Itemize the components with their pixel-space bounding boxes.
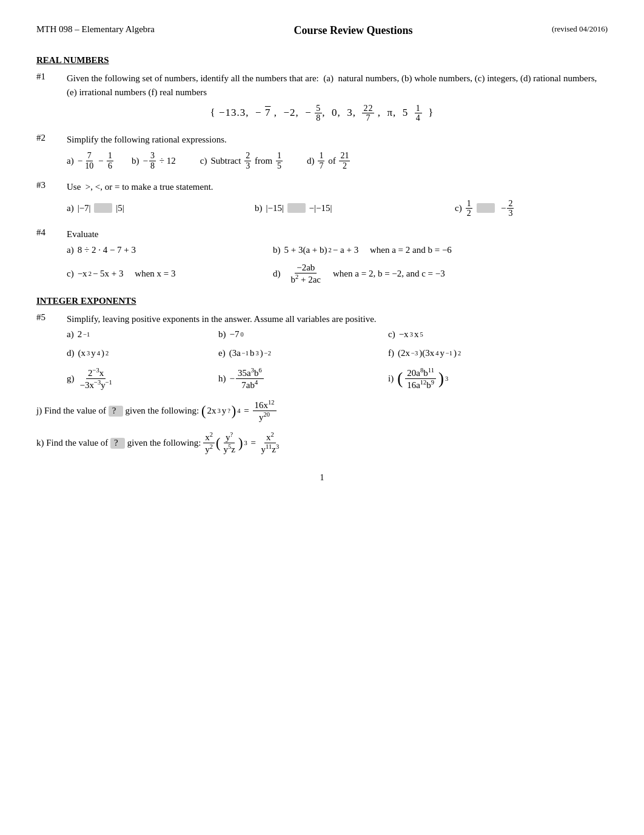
problem-1-text: Given the following set of numbers, iden…	[67, 72, 608, 99]
problem-4a-expr: 8 ÷ 2 · 4 − 7 + 3	[78, 245, 136, 255]
problem-2-row: #2 Simplify the following rational expre…	[36, 133, 608, 147]
problem-1-num: #1	[36, 72, 67, 82]
problem-5-text: Simplify, leaving positive exponents in …	[67, 312, 608, 326]
problem-5c-expr: −x3x5	[399, 329, 423, 340]
problem-5d-label: d)	[67, 348, 75, 358]
problem-5h: h) − 35a3b6 7ab4	[218, 367, 388, 391]
blank-3b	[287, 203, 306, 213]
problem-5-ghi: g) 2−3x −3x−3y−1 h) − 35a3b6 7ab4 i) (	[67, 367, 608, 391]
problem-4a-label: a)	[67, 245, 74, 255]
problem-5j: j) Find the value of ? given the followi…	[36, 399, 608, 423]
section-integer-exponents: INTEGER EXPONENTS	[36, 296, 608, 306]
problem-3-parts: a) |−7| |5| b) |−15| −|−15| c) 12 −23	[67, 199, 608, 218]
blank-3a	[94, 203, 112, 213]
problem-2a-label: a)	[67, 156, 74, 166]
problem-1: #1 Given the following set of numbers, i…	[36, 72, 608, 123]
problem-2: #2 Simplify the following rational expre…	[36, 133, 608, 170]
problem-5i: i) ( 20a8b11 16a12b9 ) 3	[388, 367, 448, 391]
problem-5h-label: h)	[218, 374, 226, 384]
problem-3c-expr: 12 −23	[466, 199, 514, 218]
problem-3a-expr: |−7| |5|	[78, 203, 124, 213]
problem-5j-expr: (2x3y?)4 = 16x12 y20	[201, 399, 277, 423]
problem-4d-expr: −2ab b2 + 2ac when a = 2, b = −2, and c …	[289, 263, 445, 285]
problem-5k: k) Find the value of ? given the followi…	[36, 431, 608, 455]
problem-5k-expr: x2 y2 ( y? y5z ) 3 = x2 y11z3	[203, 431, 281, 455]
problem-3b: b) |−15| −|−15|	[255, 203, 437, 213]
revision-date: (revised 04/2016)	[552, 24, 608, 34]
problem-2d-expr: 17 of 212	[318, 151, 350, 170]
problem-5k-blank: ?	[110, 438, 125, 449]
page-number: 1	[36, 473, 608, 483]
problem-3a: a) |−7| |5|	[67, 203, 236, 213]
blank-3c	[477, 203, 495, 213]
problem-5e: e) (3a−1b3)−2	[218, 348, 388, 358]
problem-4c-label: c)	[67, 269, 74, 279]
problem-5a: a) 2−1	[67, 329, 218, 340]
problem-4b-label: b)	[273, 245, 281, 255]
problem-4b-expr: 5 + 3(a + b)2 − a + 3 when a = 2 and b =…	[284, 245, 452, 255]
problem-3a-label: a)	[67, 203, 74, 213]
problem-2c-label: c)	[200, 156, 207, 166]
problem-5i-label: i)	[388, 374, 394, 384]
problem-5a-label: a)	[67, 329, 74, 340]
problem-3: #3 Use >, <, or = to make a true stateme…	[36, 180, 608, 218]
problem-2c-expr: Subtract 23 from 15	[210, 151, 282, 170]
page-num-value: 1	[320, 473, 324, 482]
problem-5k-text1: k) Find the value of	[36, 438, 110, 448]
problem-2-text: Simplify the following rational expressi…	[67, 133, 608, 147]
problem-5b-expr: −70	[230, 329, 244, 340]
section-real-numbers: REAL NUMBERS	[36, 55, 608, 65]
problem-4-cd: c) −x2 − 5x + 3 when x = 3 d) −2ab b2 + …	[67, 263, 608, 285]
problem-2b-expr: −38 ÷ 12	[143, 151, 176, 170]
problem-2d: d) 17 of 212	[307, 151, 351, 170]
problem-4c-expr: −x2 − 5x + 3 when x = 3	[78, 269, 176, 279]
problem-4b: b) 5 + 3(a + b)2 − a + 3 when a = 2 and …	[273, 245, 452, 255]
page-header: MTH 098 – Elementary Algebra Course Revi…	[36, 24, 608, 37]
problem-4d: d) −2ab b2 + 2ac when a = 2, b = −2, and…	[273, 263, 445, 285]
problem-2c: c) Subtract 23 from 15	[200, 151, 283, 170]
problem-5g-expr: 2−3x −3x−3y−1	[78, 367, 114, 391]
problem-5i-expr: ( 20a8b11 16a12b9 ) 3	[397, 367, 448, 391]
problem-5k-text2: given the following:	[125, 438, 203, 448]
problem-4-num: #4	[36, 227, 67, 238]
problem-3c: c) 12 −23	[455, 199, 514, 218]
problem-2-num: #2	[36, 133, 67, 143]
problem-3-num: #3	[36, 180, 67, 190]
problem-5-num: #5	[36, 312, 67, 323]
problem-5h-expr: − 35a3b6 7ab4	[230, 367, 264, 391]
problem-5d: d) (x3y4)2	[67, 348, 218, 358]
problem-2b: b) −38 ÷ 12	[132, 151, 176, 170]
problem-3b-label: b)	[255, 203, 263, 213]
problem-4d-label: d)	[273, 269, 281, 279]
problem-4c: c) −x2 − 5x + 3 when x = 3	[67, 269, 273, 279]
problem-2d-label: d)	[307, 156, 315, 166]
problem-5a-expr: 2−1	[78, 329, 90, 340]
problem-5j-text2: given the following:	[123, 406, 201, 416]
problem-5j-text1: j) Find the value of	[36, 406, 109, 416]
problem-5g: g) 2−3x −3x−3y−1	[67, 367, 218, 391]
problem-5: #5 Simplify, leaving positive exponents …	[36, 312, 608, 455]
problem-5g-label: g)	[67, 374, 75, 384]
course-title: MTH 098 – Elementary Algebra	[36, 24, 155, 35]
problem-3-text: Use >, <, or = to make a true statement.	[67, 180, 608, 194]
problem-4-row: #4 Evaluate	[36, 227, 608, 241]
problem-3c-label: c)	[455, 203, 462, 213]
problem-1-row: #1 Given the following set of numbers, i…	[36, 72, 608, 99]
problem-5j-blank: ?	[109, 406, 123, 417]
problem-3-row: #3 Use >, <, or = to make a true stateme…	[36, 180, 608, 194]
problem-5b-label: b)	[218, 329, 226, 340]
problem-4: #4 Evaluate a) 8 ÷ 2 · 4 − 7 + 3 b) 5 + …	[36, 227, 608, 285]
problem-3b-expr: |−15| −|−15|	[266, 203, 332, 213]
problem-5-abc: a) 2−1 b) −70 c) −x3x5	[67, 329, 608, 340]
problem-5f: f) (2x−3)(3x4y−1)2	[388, 348, 461, 358]
problem-2a-expr: −710 − 16	[78, 151, 113, 170]
problem-5-def: d) (x3y4)2 e) (3a−1b3)−2 f) (2x−3)(3x4y−…	[67, 348, 608, 358]
problem-2b-label: b)	[132, 156, 139, 166]
problem-5c: c) −x3x5	[388, 329, 423, 340]
problem-5f-expr: (2x−3)(3x4y−1)2	[398, 348, 461, 358]
problem-4a: a) 8 ÷ 2 · 4 − 7 + 3	[67, 245, 273, 255]
problem-1-set: { −13.3, − 7 , −2, − 5 8 , 0, 3, 22 7 , …	[36, 104, 608, 123]
problem-5f-label: f)	[388, 348, 394, 358]
problem-2a: a) −710 − 16	[67, 151, 113, 170]
problem-5-row: #5 Simplify, leaving positive exponents …	[36, 312, 608, 326]
